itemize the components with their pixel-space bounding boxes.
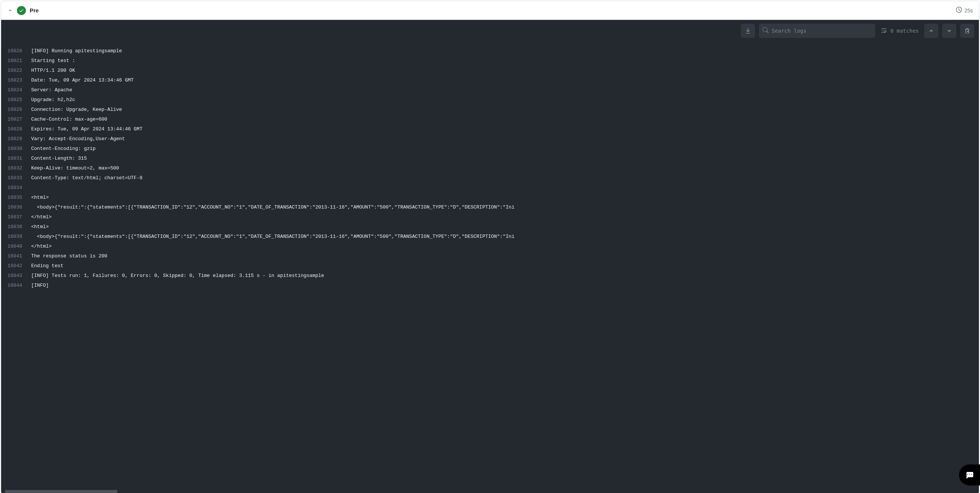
prev-match-button[interactable] [924,24,938,38]
line-text: Upgrade: h2,h2c [31,95,979,105]
step-header[interactable]: Pre 25s [1,1,979,20]
line-text: <html> [31,193,979,203]
line-text: Expires: Tue, 09 Apr 2024 13:44:46 GMT [31,124,979,134]
line-number: 16031 [1,154,31,163]
log-line[interactable]: 16022HTTP/1.1 200 OK [1,66,979,75]
log-line[interactable]: 16029Vary: Accept-Encoding,User-Agent [1,134,979,144]
download-logs-button[interactable] [741,24,755,38]
line-number: 16020 [1,46,31,56]
line-text [31,183,979,193]
line-number: 16034 [1,183,31,193]
line-number: 16041 [1,251,31,261]
line-text: </html> [31,212,979,222]
line-text: HTTP/1.1 200 OK [31,66,979,75]
log-toolbar: 0 matches [741,24,974,38]
horizontal-scrollbar[interactable] [1,490,979,493]
wrap-icon[interactable] [880,27,887,35]
line-text: <body>{"result:":{"statements":[{"TRANSA… [31,203,979,212]
log-line[interactable]: 16026Connection: Upgrade, Keep-Alive [1,105,979,115]
line-number: 16025 [1,95,31,105]
scrollbar-thumb[interactable] [5,490,118,493]
line-text: Keep-Alive: timeout=2, max=500 [31,163,979,173]
log-line[interactable]: 16040</html> [1,242,979,251]
search-logs-box[interactable] [759,24,875,38]
log-line[interactable]: 16044[INFO] [1,281,979,290]
line-text: <body>{"result:":{"statements":[{"TRANSA… [31,232,979,242]
log-line[interactable]: 16024Server: Apache [1,85,979,95]
line-number: 16023 [1,75,31,85]
log-line[interactable]: 16042Ending test [1,261,979,271]
log-line[interactable]: 16028Expires: Tue, 09 Apr 2024 13:44:46 … [1,124,979,134]
line-text: [INFO] Running apitestingsample [31,46,979,56]
line-number: 16042 [1,261,31,271]
log-line[interactable]: 16033Content-Type: text/html; charset=UT… [1,173,979,183]
line-number: 16040 [1,242,31,251]
line-text: Date: Tue, 09 Apr 2024 13:34:46 GMT [31,75,979,85]
next-match-button[interactable] [942,24,956,38]
log-body: 0 matches 16020[INFO] Running apitesting… [1,20,979,493]
line-text: </html> [31,242,979,251]
log-line[interactable]: 16021Starting test : [1,56,979,66]
line-number: 16029 [1,134,31,144]
line-text: The response status is 200 [31,251,979,261]
search-icon [763,27,768,35]
log-line[interactable]: 16032Keep-Alive: timeout=2, max=500 [1,163,979,173]
line-number: 16039 [1,232,31,242]
line-text: Content-Encoding: gzip [31,144,979,154]
header-left: Pre [7,6,39,15]
line-text: [INFO] [31,281,979,290]
log-lines[interactable]: 16020[INFO] Running apitestingsample1602… [1,20,979,490]
log-line[interactable]: 16031Content-Length: 315 [1,154,979,163]
line-text: [INFO] Tests run: 1, Failures: 0, Errors… [31,271,979,281]
line-text: Starting test : [31,56,979,66]
search-input[interactable] [772,28,872,34]
log-line[interactable]: 16037</html> [1,212,979,222]
chat-fab-button[interactable] [959,464,980,485]
line-number: 16037 [1,212,31,222]
header-right: 25s [956,7,973,14]
log-line[interactable]: 16023Date: Tue, 09 Apr 2024 13:34:46 GMT [1,75,979,85]
line-number: 16030 [1,144,31,154]
line-number: 16032 [1,163,31,173]
line-number: 16021 [1,56,31,66]
log-line[interactable]: 16020[INFO] Running apitestingsample [1,46,979,56]
log-line[interactable]: 16027Cache-Control: max-age=600 [1,115,979,124]
line-text: Content-Type: text/html; charset=UTF-8 [31,173,979,183]
line-number: 16043 [1,271,31,281]
line-text: Content-Length: 315 [31,154,979,163]
line-number: 16044 [1,281,31,290]
line-text: <html> [31,222,979,232]
log-line[interactable]: 16041The response status is 200 [1,251,979,261]
log-line[interactable]: 16043[INFO] Tests run: 1, Failures: 0, E… [1,271,979,281]
log-line[interactable]: 16030Content-Encoding: gzip [1,144,979,154]
line-number: 16035 [1,193,31,203]
success-check-icon [17,6,26,15]
log-line[interactable]: 16035<html> [1,193,979,203]
clock-icon [956,7,962,14]
line-text: Ending test [31,261,979,271]
matches-count: 0 matches [879,27,920,35]
line-number: 16026 [1,105,31,115]
line-number: 16036 [1,203,31,212]
settings-button[interactable] [960,24,974,38]
line-text: Cache-Control: max-age=600 [31,115,979,124]
chevron-down-icon[interactable] [7,8,13,14]
log-line[interactable]: 16034 [1,183,979,193]
log-line[interactable]: 16038<html> [1,222,979,232]
log-line[interactable]: 16036 <body>{"result:":{"statements":[{"… [1,203,979,212]
line-text: Server: Apache [31,85,979,95]
line-number: 16024 [1,85,31,95]
line-number: 16028 [1,124,31,134]
line-number: 16022 [1,66,31,75]
duration-text: 25s [964,8,973,14]
log-line[interactable]: 16025Upgrade: h2,h2c [1,95,979,105]
line-text: Vary: Accept-Encoding,User-Agent [31,134,979,144]
line-number: 16033 [1,173,31,183]
step-title: Pre [30,7,39,14]
log-line[interactable]: 16039 <body>{"result:":{"statements":[{"… [1,232,979,242]
line-number: 16027 [1,115,31,124]
line-number: 16038 [1,222,31,232]
log-panel: Pre 25s 0 matches [1,1,979,493]
line-text: Connection: Upgrade, Keep-Alive [31,105,979,115]
